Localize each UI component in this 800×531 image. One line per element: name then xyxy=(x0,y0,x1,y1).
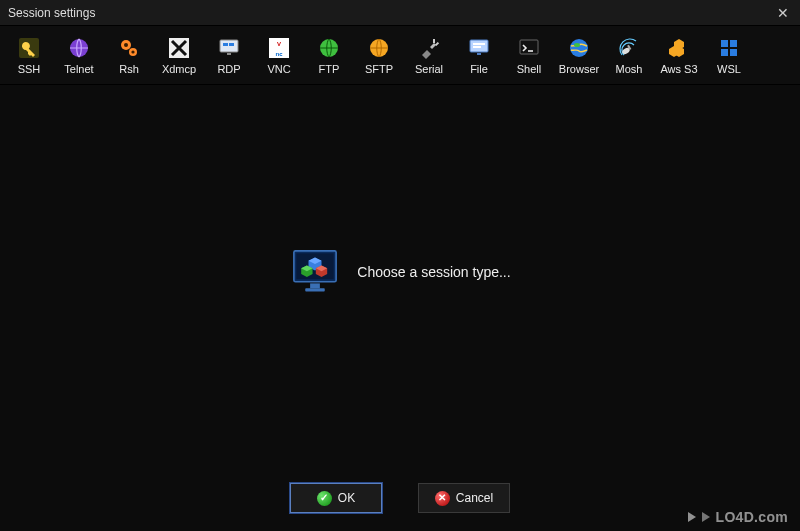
globe-blue-icon xyxy=(567,36,591,60)
svg-text:V: V xyxy=(277,41,281,47)
boxes-icon xyxy=(667,36,691,60)
terminal-icon xyxy=(517,36,541,60)
monitor-windows-icon xyxy=(217,36,241,60)
titlebar: Session settings ✕ xyxy=(0,0,800,26)
svg-rect-20 xyxy=(473,46,481,48)
plug-icon xyxy=(417,36,441,60)
chevron-icon xyxy=(688,512,696,522)
chevron-icon xyxy=(702,512,710,522)
gears-icon xyxy=(117,36,141,60)
window-title: Session settings xyxy=(8,6,95,20)
svg-rect-16 xyxy=(433,39,435,43)
file-monitor-icon xyxy=(467,36,491,60)
svg-rect-22 xyxy=(520,40,538,54)
check-icon: ✓ xyxy=(317,491,332,506)
svg-rect-30 xyxy=(721,49,728,56)
x-icon xyxy=(167,36,191,60)
content-area: Choose a session type... xyxy=(0,72,800,471)
vnc-icon: Vnc xyxy=(267,36,291,60)
key-icon xyxy=(17,36,41,60)
session-illustration-icon xyxy=(289,246,341,298)
cancel-icon: ✕ xyxy=(435,491,450,506)
windows-icon xyxy=(717,36,741,60)
svg-rect-9 xyxy=(229,43,234,46)
svg-rect-10 xyxy=(227,53,231,55)
svg-rect-21 xyxy=(477,53,481,55)
svg-text:nc: nc xyxy=(275,51,283,57)
svg-rect-35 xyxy=(306,288,326,291)
svg-point-24 xyxy=(570,39,588,57)
svg-rect-17 xyxy=(435,42,439,46)
svg-point-5 xyxy=(131,50,134,53)
globe-purple-icon xyxy=(67,36,91,60)
svg-rect-29 xyxy=(730,40,737,47)
cancel-button[interactable]: ✕ Cancel xyxy=(418,483,510,513)
close-icon: ✕ xyxy=(777,5,789,21)
close-button[interactable]: ✕ xyxy=(766,0,800,26)
svg-rect-31 xyxy=(730,49,737,56)
globe-green-icon xyxy=(317,36,341,60)
svg-point-25 xyxy=(574,43,580,47)
cancel-label: Cancel xyxy=(456,491,493,505)
ok-label: OK xyxy=(338,491,355,505)
svg-point-3 xyxy=(124,43,128,47)
svg-rect-8 xyxy=(223,43,228,46)
globe-orange-icon xyxy=(367,36,391,60)
svg-rect-19 xyxy=(473,43,485,45)
ok-button[interactable]: ✓ OK xyxy=(290,483,382,513)
svg-rect-28 xyxy=(721,40,728,47)
svg-rect-34 xyxy=(310,283,320,288)
prompt-text: Choose a session type... xyxy=(357,264,510,280)
dialog-footer: ✓ OK ✕ Cancel xyxy=(0,483,800,513)
satellite-icon xyxy=(617,36,641,60)
